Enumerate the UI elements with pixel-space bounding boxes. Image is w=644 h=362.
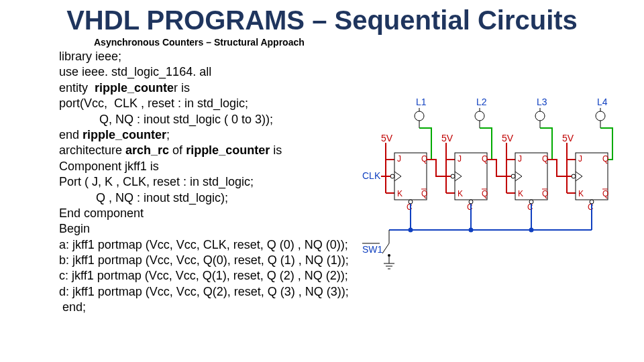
svg-point-54 <box>469 229 472 232</box>
content-row: library ieee; use ieee. std_logic_1164. … <box>0 49 644 316</box>
entity-name: ripple_counter <box>186 143 270 157</box>
entity-name: ripple_counte <box>95 81 174 95</box>
arch-name: arch_rc <box>125 143 169 157</box>
code-line: of <box>169 143 186 157</box>
switch-icon <box>382 230 394 269</box>
code-line: entity <box>59 81 95 95</box>
svg-text:Q: Q <box>482 189 488 198</box>
svg-text:Q: Q <box>602 154 608 164</box>
svg-text:K: K <box>518 189 523 198</box>
svg-point-44 <box>409 200 413 204</box>
svg-text:Q: Q <box>542 189 548 198</box>
code-line: c: jkff1 portmap (Vcc, Vcc, Q(1), reset,… <box>59 269 348 282</box>
svg-point-9 <box>596 111 605 121</box>
subtitle: Asynchronous Counters – Structural Appro… <box>94 37 644 48</box>
vcc-label: 5V <box>441 133 453 143</box>
circuit-diagram: L1 L2 L3 L4 5V 5V 5V 5V <box>362 96 624 316</box>
svg-text:K: K <box>458 189 463 198</box>
svg-text:Q: Q <box>482 154 488 164</box>
svg-point-3 <box>475 111 484 121</box>
svg-text:Q: Q <box>602 189 608 198</box>
svg-point-0 <box>415 111 424 121</box>
code-line: Begin <box>59 222 90 235</box>
vcc-label: 5V <box>381 133 393 143</box>
code-line: d: jkff1 portmap (Vcc, Vcc, Q(2), reset,… <box>59 285 349 298</box>
code-line: End component <box>59 206 144 220</box>
code-line: end; <box>59 300 86 314</box>
switch-label: SW1 <box>362 244 383 255</box>
code-line: b: jkff1 portmap (Vcc, Vcc, Q(0), reset,… <box>59 253 349 267</box>
svg-text:Q: Q <box>421 154 427 164</box>
svg-point-46 <box>529 200 533 204</box>
code-line: Component jkff1 is <box>59 160 159 173</box>
svg-text:J: J <box>397 154 401 164</box>
svg-point-55 <box>529 229 533 232</box>
code-line: Port ( J, K , CLK, reset : in std_logic; <box>59 175 254 188</box>
svg-text:Q: Q <box>542 154 548 164</box>
code-line: a: jkff1 portmap (Vcc, Vcc, CLK, reset, … <box>59 238 348 251</box>
vcc-label: 5V <box>502 133 514 143</box>
svg-text:J: J <box>458 154 462 164</box>
led-label: L3 <box>537 97 547 107</box>
svg-text:K: K <box>578 189 584 198</box>
led-icon <box>415 108 605 128</box>
led-label: L4 <box>597 97 608 107</box>
vhdl-code: library ieee; use ieee. std_logic_1164. … <box>59 49 349 316</box>
svg-point-53 <box>409 229 412 232</box>
svg-point-17 <box>451 174 455 178</box>
entity-name: ripple_counter <box>83 128 166 141</box>
clk-label: CLK <box>362 170 381 181</box>
svg-point-47 <box>590 200 594 204</box>
code-line: library ieee; <box>59 50 121 63</box>
led-label: L2 <box>476 97 487 107</box>
wire-blue <box>389 204 592 232</box>
code-line: Q , NQ : inout std_logic); <box>59 191 228 204</box>
svg-text:Q: Q <box>421 189 427 198</box>
code-line: Q, NQ : inout std_logic ( 0 to 3)); <box>59 113 273 126</box>
code-line: end <box>59 128 83 141</box>
svg-line-57 <box>382 243 389 253</box>
led-label: L1 <box>416 97 427 107</box>
code-line: use ieee. std_logic_1164. all <box>59 65 211 78</box>
page-title: VHDL PROGRAMS – Sequential Circuits <box>0 5 644 36</box>
code-line: ; <box>166 128 170 141</box>
bubble-icon <box>409 200 594 204</box>
svg-text:J: J <box>578 154 582 164</box>
svg-point-6 <box>535 111 545 121</box>
code-line: r is <box>174 81 190 95</box>
svg-text:J: J <box>518 154 522 164</box>
vcc-label: 5V <box>562 133 574 143</box>
code-line: port(Vcc, CLK , reset : in std_logic; <box>59 97 248 110</box>
wire-red <box>427 160 572 176</box>
code-line: is <box>270 143 282 157</box>
svg-point-18 <box>511 174 515 178</box>
svg-point-19 <box>572 174 576 178</box>
code-line: architecture <box>59 143 125 157</box>
svg-point-45 <box>469 200 473 204</box>
circuit-svg: L1 L2 L3 L4 5V 5V 5V 5V <box>362 96 624 270</box>
svg-point-16 <box>390 174 394 178</box>
svg-point-58 <box>388 254 390 257</box>
svg-text:K: K <box>397 189 402 198</box>
